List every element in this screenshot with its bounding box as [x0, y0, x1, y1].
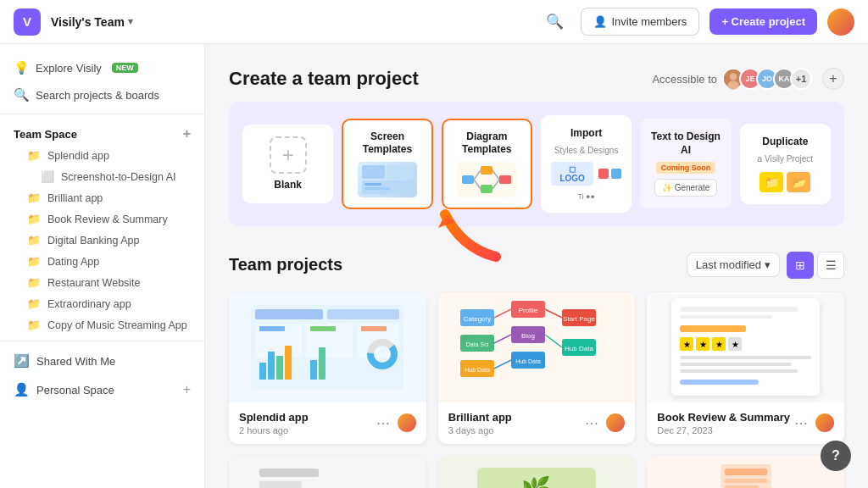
- sort-row: Last modified ▾ ⊞ ☰: [687, 252, 844, 279]
- sidebar-item-restaurant[interactable]: 📁 Restaurant Website: [0, 272, 204, 293]
- grid-view-button[interactable]: ⊞: [787, 252, 814, 279]
- project-card-5[interactable]: 🌿: [438, 456, 636, 488]
- template-blank[interactable]: + Blank: [242, 125, 333, 204]
- list-view-button[interactable]: ☰: [817, 252, 844, 279]
- svg-rect-9: [481, 166, 492, 175]
- svg-point-2: [727, 81, 739, 90]
- svg-rect-19: [327, 309, 399, 319]
- svg-line-12: [474, 170, 481, 180]
- accessible-to-row: Accessible to JE JO KA +1 +: [652, 68, 844, 90]
- project-card-brilliant[interactable]: Category Data Sci Hub Data Profile Blog …: [438, 292, 636, 444]
- project-card-6[interactable]: [647, 456, 844, 488]
- sidebar-item-brilliant[interactable]: 📁 Brilliant app: [0, 187, 204, 208]
- template-diagram[interactable]: Diagram Templates: [442, 119, 532, 209]
- help-button[interactable]: ?: [821, 441, 851, 471]
- team-name-button[interactable]: Visily's Team ▾: [51, 15, 133, 29]
- project-menu-button[interactable]: ⋯: [585, 415, 599, 431]
- shared-label: Shared With Me: [36, 355, 115, 368]
- team-projects-title: Team projects: [229, 255, 342, 274]
- sidebar-item-copy-music[interactable]: 📁 Copy of Music Streaming App: [0, 314, 204, 336]
- svg-rect-3: [362, 165, 385, 179]
- svg-rect-31: [319, 347, 326, 380]
- project-menu-button[interactable]: ⋯: [794, 415, 809, 431]
- main-content: Create a team project Accessible to JE J…: [205, 44, 868, 488]
- sidebar: 💡 Explore Visily NEW 🔍 Search projects &…: [0, 44, 205, 488]
- explore-label: Explore Visily: [36, 62, 102, 75]
- svg-line-53: [545, 309, 562, 318]
- svg-text:Blog: Blog: [521, 332, 535, 340]
- project-menu-button[interactable]: ⋯: [376, 415, 391, 431]
- main-layout: 💡 Explore Visily NEW 🔍 Search projects &…: [0, 44, 868, 488]
- template-duplicate[interactable]: Duplicate a Visily Project 📁 📂: [740, 124, 831, 204]
- sidebar-item-dating[interactable]: 📁 Dating App: [0, 251, 204, 272]
- sidebar-item-extraordinary[interactable]: 📁 Extraordinary app: [0, 293, 204, 314]
- blank-label: Blank: [274, 179, 302, 192]
- add-member-button[interactable]: +: [822, 68, 844, 90]
- screen-label: Screen Templates: [352, 130, 422, 157]
- project-thumb-splendid: [229, 292, 426, 402]
- generate-button[interactable]: ✨ Generate: [654, 179, 718, 197]
- sidebar-item-search[interactable]: 🔍 Search projects & boards: [0, 81, 204, 108]
- folder-icon: 📁: [27, 149, 41, 162]
- add-team-space-button[interactable]: +: [183, 126, 191, 141]
- svg-rect-56: [259, 481, 302, 488]
- project-thumb-book: ★ ★ ★ ★: [647, 292, 844, 402]
- lightbulb-icon: 💡: [14, 60, 29, 75]
- svg-rect-27: [268, 352, 275, 380]
- svg-rect-11: [499, 175, 511, 184]
- sidebar-item-personal[interactable]: 👤 Personal Space +: [0, 375, 204, 404]
- project-footer-right: ⋯: [376, 413, 416, 432]
- svg-text:Data Sci: Data Sci: [466, 341, 489, 347]
- sidebar-item-screenshot[interactable]: ⬜ Screenshot-to-Design AI: [0, 166, 204, 187]
- sidebar-item-splendid[interactable]: 📁 Splendid app: [0, 145, 204, 166]
- sidebar-divider: [0, 114, 204, 114]
- sidebar-item-digital-banking[interactable]: 📁 Digital Banking App: [0, 230, 204, 251]
- project-date: Dec 27, 2023: [657, 425, 790, 435]
- sort-dropdown[interactable]: Last modified ▾: [687, 252, 780, 277]
- view-toggle: ⊞ ☰: [787, 252, 844, 279]
- svg-text:Start Page: Start Page: [563, 315, 595, 323]
- search-icon: 🔍: [14, 87, 29, 103]
- text-ai-label: Text to Design AI: [650, 130, 721, 157]
- svg-line-51: [494, 335, 511, 343]
- project-card-splendid[interactable]: Splendid app 2 hours ago ⋯: [229, 292, 426, 444]
- folder-icon: 📁: [27, 191, 41, 204]
- chevron-down-icon: ▾: [765, 258, 771, 271]
- project-card-4[interactable]: [229, 456, 426, 488]
- sparkle-icon: ✨: [662, 183, 672, 192]
- svg-line-50: [494, 309, 511, 318]
- search-label: Search projects & boards: [36, 89, 159, 102]
- svg-point-1: [730, 73, 737, 80]
- template-screen[interactable]: Screen Templates: [342, 119, 432, 209]
- import-sub: Styles & Designs: [554, 146, 619, 155]
- duplicate-sub: a Visily Project: [758, 154, 813, 164]
- sidebar-item-shared[interactable]: ↗️ Shared With Me: [0, 347, 204, 375]
- template-text-ai[interactable]: Text to Design AI Coming Soon ✨ Generate: [640, 119, 731, 208]
- svg-text:Hub Data: Hub Data: [565, 345, 593, 352]
- create-title: Create a team project: [229, 68, 419, 90]
- svg-rect-55: [259, 469, 319, 477]
- project-name: Splendid app: [239, 411, 309, 424]
- folder-icon: 📁: [27, 234, 41, 247]
- project-label: Splendid app: [47, 150, 109, 162]
- project-label: Dating App: [47, 256, 99, 268]
- svg-line-54: [545, 335, 562, 347]
- project-card-book[interactable]: ★ ★ ★ ★ Book Review & Summary: [647, 292, 844, 444]
- coming-soon-badge: Coming Soon: [656, 162, 716, 174]
- invite-members-button[interactable]: 👤 Invite members: [581, 8, 700, 36]
- team-space-label: Team Space: [14, 128, 77, 141]
- svg-rect-59: [721, 464, 771, 488]
- project-label: Digital Banking App: [47, 235, 139, 247]
- user-avatar[interactable]: [827, 8, 854, 36]
- sidebar-item-explore[interactable]: 💡 Explore Visily NEW: [0, 54, 204, 81]
- project-label: Brilliant app: [47, 192, 103, 204]
- project-thumb-brilliant: Category Data Sci Hub Data Profile Blog …: [438, 292, 636, 402]
- search-button[interactable]: 🔍: [540, 7, 570, 37]
- create-project-button[interactable]: + Create project: [709, 8, 817, 35]
- svg-rect-28: [276, 356, 283, 380]
- sidebar-item-book-review[interactable]: 📁 Book Review & Summary: [0, 208, 204, 230]
- svg-rect-62: [725, 485, 759, 488]
- add-personal-space-button[interactable]: +: [183, 382, 191, 397]
- template-import[interactable]: Import Styles & Designs ◻ LOGO Ti ●●: [541, 115, 632, 213]
- svg-rect-8: [462, 175, 474, 184]
